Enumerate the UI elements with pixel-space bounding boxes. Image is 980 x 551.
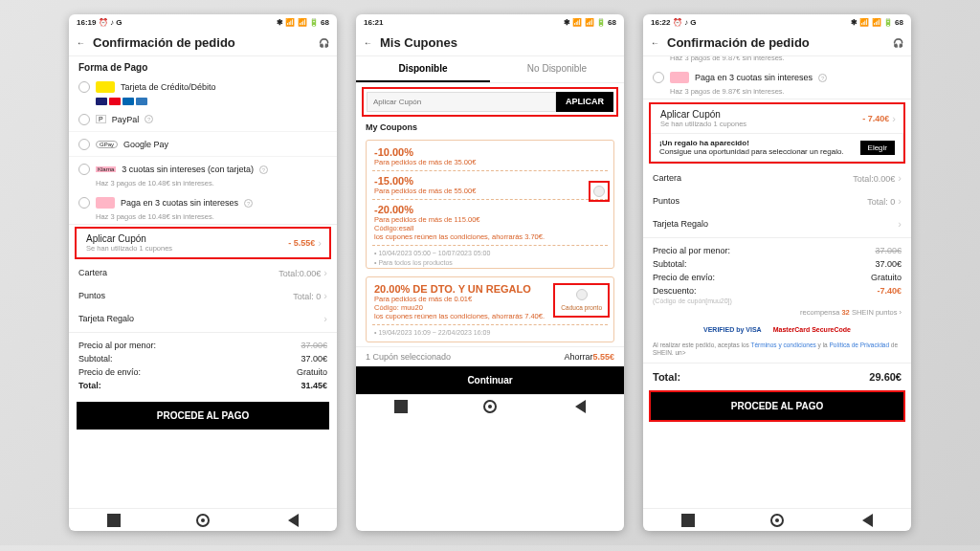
retail-value: 37.00€ <box>875 246 902 255</box>
pay-credit-row[interactable]: Tarjeta de Crédito/Débito <box>69 75 337 99</box>
save-value: 5.55€ <box>592 352 614 362</box>
coupon-gift-card[interactable]: 20.00% DE DTO. Y UN REGALO Para pedidos … <box>366 276 614 342</box>
privacy-link[interactable]: Política de Privacidad <box>830 342 890 348</box>
cartera-label: Cartera <box>653 173 681 183</box>
tab-available[interactable]: Disponible <box>356 56 490 82</box>
envio-label: Precio de envío: <box>78 367 141 377</box>
info-icon[interactable]: ? <box>259 165 268 174</box>
info-icon[interactable]: ? <box>818 74 827 82</box>
descuento-code: (Código de cupón[muu20]) <box>653 298 902 304</box>
radio-icon[interactable] <box>78 197 90 209</box>
coupon-sub: Para pedidos de más de 35.00€ <box>374 158 606 166</box>
apply-coupon-row[interactable]: Aplicar Cupón Se han utilizado 1 cupones… <box>651 104 903 133</box>
pay-gpay-row[interactable]: GPay Google Pay <box>69 132 337 157</box>
proceed-pay-button[interactable]: PROCEDE AL PAGO <box>77 402 329 430</box>
apply-coupon-used: Se han utilizado 1 cupones <box>86 244 288 253</box>
subtotal-label: Subtotal: <box>653 259 687 269</box>
chevron-right-icon: › <box>898 172 902 184</box>
klarna-icon: Klarna <box>96 166 116 172</box>
info-icon[interactable]: ? <box>244 199 253 208</box>
mycoupons-label: My Coupons <box>356 121 624 136</box>
envio-value: Gratuito <box>871 273 902 282</box>
coupon-tabs: Disponible No Disponible <box>356 56 624 83</box>
coupon-save: los cupones reúnen las condiciones, ahor… <box>374 232 606 241</box>
nav-home-icon[interactable] <box>770 514 784 527</box>
status-right-icons: ✱ 📶 📶 🔋 68 <box>564 18 616 27</box>
nav-recent-icon[interactable] <box>107 514 121 527</box>
apply-coupon-used: Se han utilizado 1 cupones <box>660 120 862 128</box>
terms-link[interactable]: Términos y condiciones <box>751 342 816 348</box>
chevron-right-icon: › <box>323 313 327 324</box>
coupon-radio[interactable] <box>576 289 588 300</box>
headset-icon[interactable]: 🎧 <box>893 38 903 48</box>
header: ← Mis Cupones <box>356 30 624 56</box>
mastercard-securecode-badge: MasterCard SecureCode <box>773 326 851 333</box>
nav-home-icon[interactable] <box>483 400 497 413</box>
tarjeta-regalo-row[interactable]: Tarjeta Regalo › <box>69 307 337 330</box>
pay-paypal-row[interactable]: P PayPal ? <box>69 107 337 132</box>
cartera-value: Total:0.00€ <box>278 269 321 278</box>
total-label: Total: <box>78 381 101 390</box>
puntos-row[interactable]: Puntos Total: 0› <box>69 284 337 307</box>
coupon-title: -20.00% <box>374 204 606 215</box>
coupon-radio[interactable] <box>593 186 605 197</box>
proceed-pay-button[interactable]: PROCEDE AL PAGO <box>651 392 903 420</box>
tarjeta-regalo-row[interactable]: Tarjeta Regalo › <box>643 212 911 235</box>
apply-coupon-row[interactable]: Aplicar Cupón Se han utilizado 1 cupones… <box>75 227 331 259</box>
coupon-code-input[interactable] <box>367 92 556 112</box>
nav-back-icon[interactable] <box>572 400 586 413</box>
statusbar: 16:19 ⏰ ♪ G ✱ 📶 📶 🔋 68 <box>69 14 337 30</box>
gpay-icon: GPay <box>96 141 118 148</box>
back-icon[interactable]: ← <box>651 38 659 48</box>
nav-back-icon[interactable] <box>285 514 299 527</box>
pay-paypal-label: PayPal <box>112 115 140 124</box>
paypal-icon: P <box>96 115 106 123</box>
gift-banner: ¡Un regalo ha aparecido! Consigue una op… <box>651 133 903 162</box>
pay-credit-label: Tarjeta de Crédito/Débito <box>121 82 216 92</box>
back-icon[interactable]: ← <box>364 38 372 48</box>
headset-icon[interactable]: 🎧 <box>319 38 329 48</box>
choose-gift-button[interactable]: Elegir <box>860 141 895 155</box>
descuento-value: -7.40€ <box>877 286 902 296</box>
totals: Precio al por menor:37.00€ Subtotal:37.0… <box>69 335 337 396</box>
security-badges: VERIFIED by VISA MasterCard SecureCode <box>643 320 911 339</box>
coupon-sub: Para pedidos de más de 55.00€ <box>374 187 606 195</box>
chevron-right-icon: › <box>898 195 902 207</box>
prev-payment-sub: Haz 3 pagos de 9.87€ sin intereses. <box>643 56 911 62</box>
puntos-label: Puntos <box>653 196 679 206</box>
phone-order-confirm-2: 16:22 ⏰ ♪ G ✱ 📶 📶 🔋 68 ← Confirmación de… <box>643 14 911 531</box>
radio-icon[interactable] <box>78 81 90 93</box>
header: ← Confirmación de pedido 🎧 <box>69 30 337 56</box>
puntos-row[interactable]: Puntos Total: 0› <box>643 189 911 212</box>
coupon-title: -15.00% <box>374 175 606 187</box>
cartera-row[interactable]: Cartera Total:0.00€› <box>69 261 337 284</box>
cartera-label: Cartera <box>78 268 107 277</box>
radio-icon[interactable] <box>78 114 90 125</box>
cartera-row[interactable]: Cartera Total:0.00€› <box>643 166 911 189</box>
info-icon[interactable]: ? <box>145 115 153 123</box>
installment-icon <box>670 72 689 83</box>
nav-home-icon[interactable] <box>196 514 210 527</box>
coupon-card[interactable]: -10.00% Para pedidos de más de 35.00€ -1… <box>366 140 614 269</box>
tab-unavailable[interactable]: No Disponible <box>490 56 624 82</box>
statusbar: 16:22 ⏰ ♪ G ✱ 📶 📶 🔋 68 <box>643 14 911 30</box>
statusbar: 16:21 ✱ 📶 📶 🔋 68 <box>356 14 624 30</box>
radio-icon[interactable] <box>78 139 90 150</box>
tarjeta-regalo-label: Tarjeta Regalo <box>653 219 708 229</box>
continue-button[interactable]: Continuar <box>356 366 624 394</box>
pay-3cuotas-sub: Haz 3 pagos de 9.87€ sin intereses. <box>643 87 911 96</box>
nav-recent-icon[interactable] <box>681 514 695 527</box>
nav-back-icon[interactable] <box>859 514 873 527</box>
clock: 16:22 <box>651 18 670 27</box>
nav-recent-icon[interactable] <box>394 400 408 413</box>
puntos-value: Total: 0 <box>867 197 895 207</box>
radio-icon[interactable] <box>653 72 664 83</box>
back-icon[interactable]: ← <box>77 38 85 48</box>
coupon-sub: Para pedidos de más de 115.00€ <box>374 215 606 224</box>
coupon-code: Código:esall <box>374 224 606 232</box>
apply-button[interactable]: APLICAR <box>556 92 613 112</box>
pay-klarna-label: 3 cuotas sin intereses (con tarjeta) <box>122 165 254 174</box>
subtotal-value: 37.00€ <box>875 259 902 269</box>
radio-icon[interactable] <box>78 164 90 175</box>
tarjeta-regalo-label: Tarjeta Regalo <box>78 314 134 323</box>
